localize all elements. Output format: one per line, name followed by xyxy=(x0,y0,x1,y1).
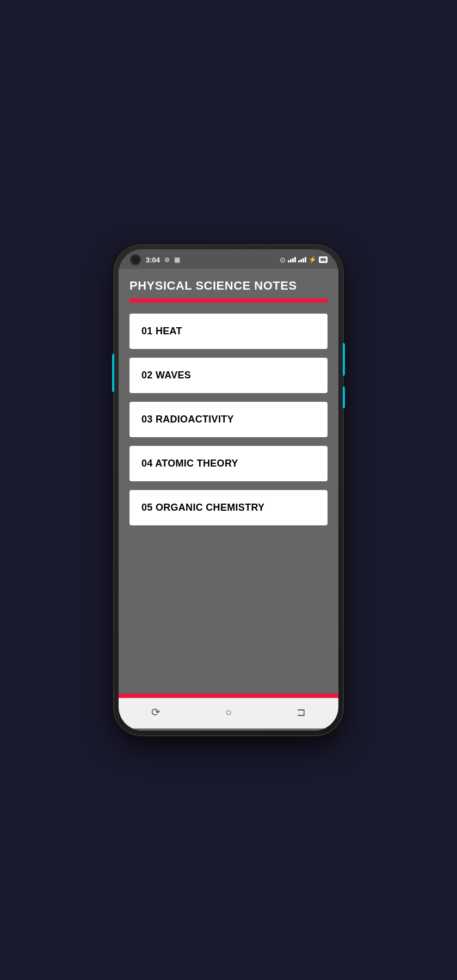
music-icon: ⊚ xyxy=(164,256,170,264)
list-item-label: 05 ORGANIC CHEMISTRY xyxy=(141,502,264,513)
bottom-area: ⟳ ○ ⊐ xyxy=(119,694,338,731)
list-item-05-organic-chemistry[interactable]: 05 ORGANIC CHEMISTRY xyxy=(129,490,328,525)
status-bar: 3:04 ⊚ ▦ ⊙ ⚡ 99 xyxy=(119,249,338,269)
volume-button xyxy=(112,354,114,392)
location-icon: ⊙ xyxy=(280,256,286,264)
topics-list: 01 HEAT 02 WAVES 03 RADIOACTIVITY 04 ATO… xyxy=(119,303,338,694)
list-item-label: 01 HEAT xyxy=(141,326,182,336)
status-right: ⊙ ⚡ 99 xyxy=(280,256,328,264)
front-camera xyxy=(129,254,141,266)
list-item-label: 04 ATOMIC THEORY xyxy=(141,458,238,469)
app-header: PHYSICAL SCIENCE NOTES xyxy=(119,269,338,303)
list-item-label: 03 RADIOACTIVITY xyxy=(141,414,234,425)
recent-apps-button[interactable]: ⊐ xyxy=(286,703,317,721)
status-time: 3:04 xyxy=(146,256,160,264)
phone-frame: 3:04 ⊚ ▦ ⊙ ⚡ 99 xyxy=(114,245,343,735)
list-item-label: 02 WAVES xyxy=(141,370,191,381)
list-item-03-radioactivity[interactable]: 03 RADIOACTIVITY xyxy=(129,402,328,437)
header-accent-bar xyxy=(129,298,328,303)
home-button[interactable]: ○ xyxy=(214,704,243,721)
signal-bars-1 xyxy=(288,257,296,262)
signal-bars-2 xyxy=(298,257,306,262)
bottom-accent-bar xyxy=(119,694,338,698)
phone-screen: 3:04 ⊚ ▦ ⊙ ⚡ 99 xyxy=(119,249,338,731)
list-item-04-atomic-theory[interactable]: 04 ATOMIC THEORY xyxy=(129,446,328,481)
calendar-icon: ▦ xyxy=(174,256,180,264)
app-title: PHYSICAL SCIENCE NOTES xyxy=(129,279,328,293)
charging-icon: ⚡ xyxy=(308,256,317,264)
battery-level: 99 xyxy=(319,256,328,263)
list-item-02-waves[interactable]: 02 WAVES xyxy=(129,358,328,393)
app-content: PHYSICAL SCIENCE NOTES 01 HEAT 02 WAVES … xyxy=(119,269,338,731)
navigation-bar: ⟳ ○ ⊐ xyxy=(119,698,338,728)
list-item-01-heat[interactable]: 01 HEAT xyxy=(129,314,328,349)
status-left: 3:04 ⊚ ▦ xyxy=(129,254,180,266)
back-button[interactable]: ⟳ xyxy=(140,703,171,721)
